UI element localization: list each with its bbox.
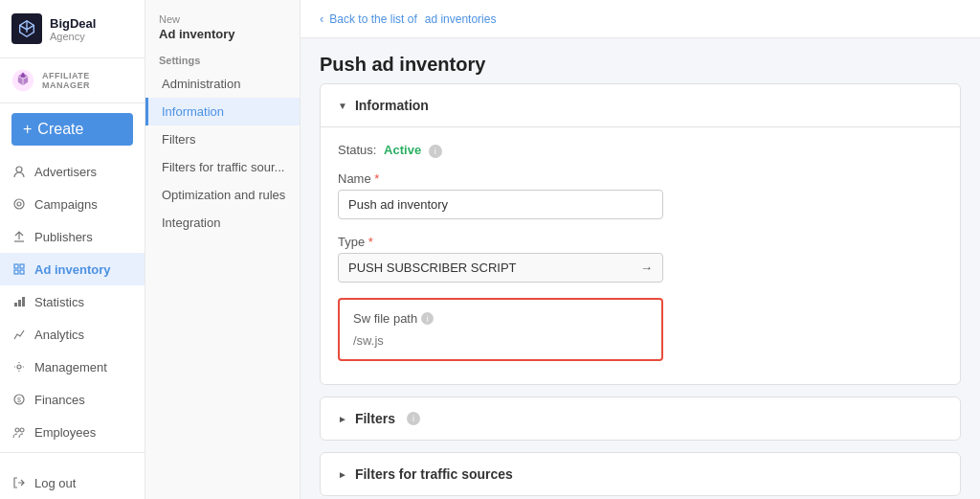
panel-nav-filters[interactable]: Filters — [145, 125, 300, 153]
type-display[interactable]: PUSH SUBSCRIBER SCRIPT → — [338, 253, 663, 283]
filters-traffic-section-header[interactable]: ► Filters for traffic sources — [321, 453, 960, 495]
information-section-header[interactable]: ▼ Information — [321, 84, 960, 127]
nav-list: Advertisers Campaigns Publishers Ad inve… — [0, 155, 145, 448]
sidebar-item-management[interactable]: Management — [0, 351, 145, 383]
type-field-label: Type * — [338, 235, 943, 249]
filters-section-header[interactable]: ► Filters i — [321, 397, 960, 440]
sw-file-info-icon[interactable]: i — [421, 312, 434, 325]
back-arrow-icon: ‹ — [320, 11, 323, 26]
sidebar-item-advertisers[interactable]: Advertisers — [0, 155, 145, 188]
panel-header: New Ad inventory — [145, 0, 300, 45]
statistics-icon — [11, 294, 27, 309]
svg-rect-10 — [22, 297, 25, 306]
logo-text: BigDeal Agency — [50, 16, 96, 42]
name-input[interactable] — [338, 190, 663, 219]
sw-file-input[interactable] — [353, 333, 648, 348]
svg-point-3 — [17, 202, 21, 206]
sw-file-field-container: Sw file path i — [338, 298, 943, 361]
logo-icon — [11, 13, 42, 44]
sidebar-item-finances[interactable]: $ Finances — [0, 383, 145, 416]
svg-point-2 — [14, 199, 24, 209]
content-area: ▼ Information Status: Active i Name * — [301, 83, 980, 499]
panel-nav-information[interactable]: Information — [145, 98, 300, 125]
svg-point-15 — [20, 428, 24, 432]
logout-icon — [11, 475, 27, 490]
status-value: Active — [384, 143, 421, 157]
filters-traffic-section-title: Filters for traffic sources — [355, 466, 513, 482]
management-icon — [11, 359, 27, 374]
panel-nav-optimization[interactable]: Optimization and rules — [145, 181, 300, 209]
svg-rect-6 — [14, 270, 18, 274]
panel-new-label: New — [159, 13, 286, 25]
filters-traffic-chevron-icon: ► — [338, 469, 347, 480]
sidebar-item-ad-inventory[interactable]: Ad inventory — [0, 253, 145, 285]
publishers-icon — [11, 229, 27, 244]
status-info-icon[interactable]: i — [429, 145, 442, 158]
sidebar-item-analytics[interactable]: Analytics — [0, 318, 145, 351]
second-panel: New Ad inventory Settings Administration… — [145, 0, 301, 499]
affiliate-badge: AFFILIATE MANAGER — [0, 58, 145, 103]
sw-file-card: Sw file path i — [338, 298, 663, 361]
svg-point-11 — [17, 365, 21, 369]
sidebar-item-statistics[interactable]: Statistics — [0, 285, 145, 318]
panel-section-title: Ad inventory — [159, 27, 286, 41]
logo-area: BigDeal Agency — [0, 0, 145, 58]
main-content: ‹ Back to the list of ad inventories Pus… — [301, 0, 980, 499]
breadcrumb-back-link[interactable]: Back to the list of ad inventories — [329, 12, 496, 26]
analytics-icon — [11, 327, 27, 342]
type-arrow-icon: → — [640, 261, 653, 275]
employees-icon — [11, 424, 27, 440]
sidebar-item-employees[interactable]: Employees — [0, 416, 145, 448]
name-field-row: Name * — [338, 171, 943, 219]
page-title: Push ad inventory — [320, 54, 961, 76]
type-field-row: Type * PUSH SUBSCRIBER SCRIPT → — [338, 235, 943, 283]
panel-settings-label: Settings — [145, 45, 300, 70]
breadcrumb: ‹ Back to the list of ad inventories — [301, 0, 980, 38]
filters-section: ► Filters i — [320, 397, 961, 441]
page-header: Push ad inventory — [301, 38, 980, 83]
ad-inventory-icon — [11, 261, 27, 277]
svg-text:$: $ — [17, 397, 21, 403]
advertisers-icon — [11, 164, 27, 179]
filters-chevron-icon: ► — [338, 414, 347, 424]
sidebar-item-campaigns[interactable]: Campaigns — [0, 188, 145, 220]
sidebar-item-publishers[interactable]: Publishers — [0, 220, 145, 253]
information-section: ▼ Information Status: Active i Name * — [320, 83, 961, 385]
svg-rect-5 — [20, 264, 24, 268]
create-button[interactable]: + Create — [11, 113, 133, 146]
svg-rect-7 — [20, 270, 24, 274]
information-chevron-icon: ▼ — [338, 101, 347, 111]
filters-section-title: Filters — [355, 411, 395, 426]
campaigns-icon — [11, 196, 27, 212]
logout-button[interactable]: Log out — [0, 466, 145, 499]
panel-nav-integration[interactable]: Integration — [145, 209, 300, 237]
svg-point-14 — [15, 428, 19, 432]
status-line: Status: Active i — [338, 143, 943, 158]
svg-rect-8 — [14, 303, 17, 306]
panel-nav-filters-traffic[interactable]: Filters for traffic sour... — [145, 153, 300, 181]
finances-icon: $ — [11, 392, 27, 407]
information-section-body: Status: Active i Name * Type * — [321, 127, 960, 384]
filters-traffic-section: ► Filters for traffic sources — [320, 452, 961, 496]
panel-nav-administration[interactable]: Administration — [145, 70, 300, 98]
name-field-label: Name * — [338, 171, 943, 186]
sidebar-divider — [0, 452, 145, 453]
svg-point-1 — [16, 167, 22, 172]
information-section-title: Information — [355, 98, 429, 113]
sw-file-label: Sw file path i — [353, 311, 648, 326]
svg-rect-9 — [18, 300, 21, 306]
sidebar: BigDeal Agency AFFILIATE MANAGER + Creat… — [0, 0, 145, 499]
filters-info-icon[interactable]: i — [407, 412, 420, 425]
svg-rect-4 — [14, 264, 18, 268]
